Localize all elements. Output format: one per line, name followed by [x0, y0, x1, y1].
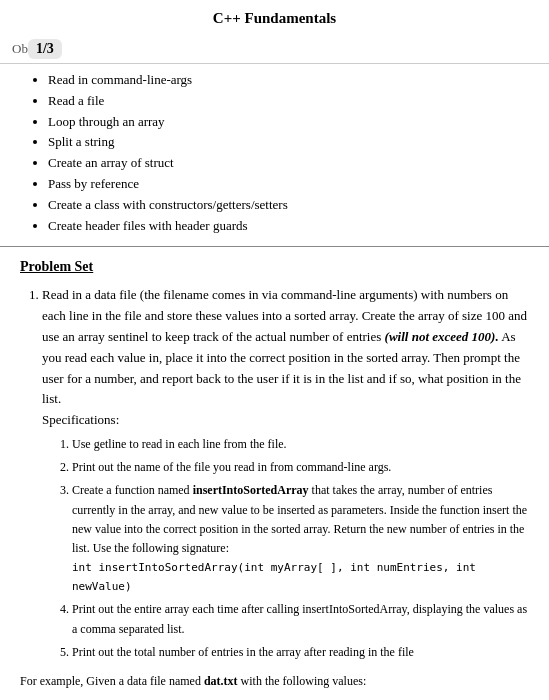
header-title: C++ Fundamentals — [213, 10, 336, 26]
list-item: Create header files with header guards — [48, 216, 529, 237]
page-header: C++ Fundamentals — [0, 0, 549, 35]
page-wrapper: C++ Fundamentals Ob 1/3 Read in command-… — [0, 0, 549, 700]
spec-list: Use getline to read in each line from th… — [42, 435, 529, 662]
example-values: 9 3 6 — [20, 696, 529, 700]
list-item: Read a file — [48, 91, 529, 112]
list-item: Create a class with constructors/getters… — [48, 195, 529, 216]
spec-label: Specifications: — [42, 410, 529, 431]
spec-item-5: Print out the total number of entries in… — [72, 643, 529, 662]
not-exceed-note: (will not exceed 100). — [385, 329, 499, 344]
spec-item-2: Print out the name of the file you read … — [72, 458, 529, 477]
problem-item-1: Read in a data file (the filename comes … — [42, 285, 529, 662]
top-bar: Ob 1/3 — [0, 35, 549, 64]
problem-set-title: Problem Set — [20, 259, 529, 275]
list-item: Loop through an array — [48, 112, 529, 133]
example-label: For example, Given a data file named dat… — [20, 672, 529, 690]
problem-list: Read in a data file (the filename comes … — [20, 285, 529, 662]
objectives-list: Read in command-line-args Read a file Lo… — [20, 70, 529, 236]
problem-intro: Read in a data file (the filename comes … — [42, 287, 527, 406]
function-signature: int insertIntoSortedArray(int myArray[ ]… — [72, 561, 476, 593]
list-item: Pass by reference — [48, 174, 529, 195]
spec-item-4: Print out the entire array each time aft… — [72, 600, 529, 638]
function-name: insertIntoSortedArray — [193, 483, 309, 497]
list-item: Read in command-line-args — [48, 70, 529, 91]
problem-section: Problem Set Read in a data file (the fil… — [0, 247, 549, 700]
list-item: Create an array of struct — [48, 153, 529, 174]
example-filename: dat.txt — [204, 674, 238, 688]
objectives-section: Read in command-line-args Read a file Lo… — [0, 64, 549, 247]
example-value-1: 9 — [40, 696, 529, 700]
spec-item-1: Use getline to read in each line from th… — [72, 435, 529, 454]
objectives-prefix: Ob — [12, 41, 28, 57]
spec-item-3: Create a function named insertIntoSorted… — [72, 481, 529, 596]
page-badge: 1/3 — [28, 39, 62, 59]
list-item: Split a string — [48, 132, 529, 153]
